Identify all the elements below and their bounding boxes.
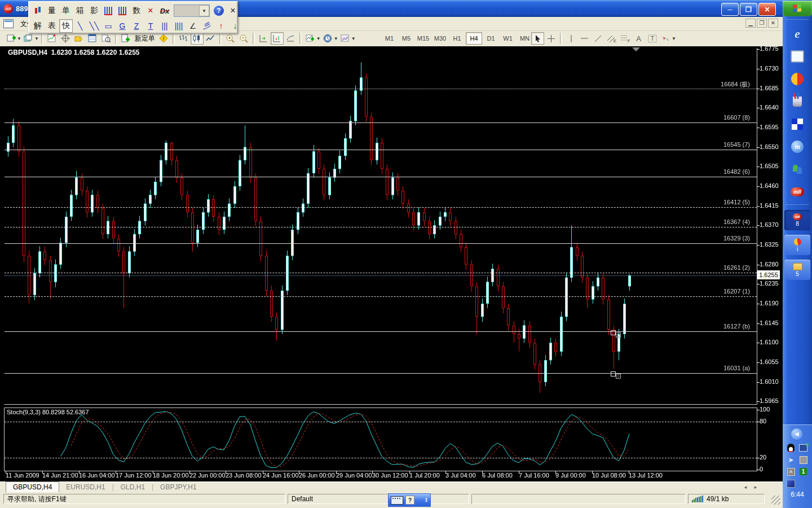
order-tool[interactable]: 单 — [59, 4, 73, 17]
selection-handle[interactable] — [611, 371, 616, 376]
parallel-lines-tool[interactable]: ╲╲ — [87, 19, 101, 33]
chart-tab-gld-h1[interactable]: GLD,H1 — [114, 482, 152, 492]
level-line[interactable] — [5, 122, 757, 123]
bar-chart-button[interactable] — [177, 32, 190, 45]
equidistant-channel-tool[interactable]: E — [605, 32, 618, 45]
number-tool[interactable]: 数 — [130, 4, 143, 17]
tray-audio-utility-icon[interactable] — [798, 455, 808, 465]
trendline-tool[interactable]: ╲ — [73, 19, 87, 33]
tray-dictionary-icon[interactable] — [786, 479, 796, 488]
level-line[interactable] — [5, 243, 757, 244]
dropdown-arrow-icon[interactable]: ▼ — [199, 5, 209, 16]
biao-tool[interactable]: 表 — [45, 19, 59, 33]
vertical-line-tool[interactable] — [564, 32, 577, 45]
crosshair-target-button[interactable] — [59, 32, 72, 45]
chart-shift-button[interactable] — [271, 32, 284, 45]
quick-launch-messenger-icon[interactable] — [790, 162, 805, 177]
language-bar-arrows[interactable]: ▲▼ — [425, 497, 428, 503]
new-order-button[interactable] — [120, 32, 133, 45]
gann-z-tool[interactable]: Z — [130, 19, 143, 33]
level-line[interactable] — [5, 150, 757, 150]
maximize-button[interactable]: ❐ — [740, 3, 757, 16]
period-button-m15[interactable]: M15 — [415, 32, 431, 45]
selection-handle[interactable] — [611, 330, 616, 335]
symbol-dropdown[interactable]: ▼ — [174, 5, 210, 17]
period-button-h1[interactable]: H1 — [449, 32, 465, 45]
kuai-tool[interactable]: 快 — [59, 19, 73, 33]
auto-scroll-button[interactable] — [257, 32, 270, 45]
tray-network-monitor-icon[interactable] — [798, 443, 808, 453]
tray-pointer-utility-icon[interactable]: ➤ — [786, 455, 796, 465]
child-minimize-button[interactable]: ▁ — [745, 19, 756, 28]
arrows-dropdown-arrow[interactable]: ▼ — [672, 36, 676, 41]
periods-clock-button[interactable] — [321, 32, 334, 45]
help-button[interactable]: ? — [212, 4, 226, 17]
fibonacci-tool[interactable]: F — [619, 32, 632, 45]
indicators-dropdown-arrow[interactable]: ▼ — [316, 36, 321, 41]
box-tool[interactable]: 箱 — [73, 4, 87, 17]
text-label-tool[interactable]: T — [646, 32, 659, 45]
gann-t-tool[interactable]: T — [144, 19, 157, 33]
vlines-3-tool[interactable]: ||| — [158, 19, 171, 33]
level-line[interactable] — [5, 227, 757, 227]
new-chart-dropdown-arrow[interactable]: ▼ — [17, 36, 21, 41]
selection-handle[interactable] — [616, 332, 621, 338]
data-window-button[interactable] — [100, 32, 113, 45]
task-button-swirl[interactable]: i — [784, 235, 810, 255]
templates-button[interactable] — [339, 32, 352, 45]
profiles-button[interactable] — [22, 32, 35, 45]
crosshair-tool[interactable] — [545, 32, 558, 45]
period-button-h4[interactable]: H4 — [466, 32, 482, 45]
quick-launch-showgood-icon[interactable] — [790, 72, 805, 86]
text-tool[interactable]: A — [632, 32, 645, 45]
status-profile[interactable]: Default — [288, 494, 469, 504]
start-button[interactable] — [783, 1, 812, 16]
arrow-down-tool[interactable]: ↓ — [228, 19, 242, 33]
period-button-m1[interactable]: M1 — [381, 32, 398, 45]
quick-launch-checkered-flag-icon[interactable] — [790, 117, 805, 132]
zoom-in-button[interactable] — [224, 32, 237, 45]
level-line[interactable] — [5, 373, 757, 374]
quick-launch-maxthon-browser-icon[interactable]: m — [790, 139, 805, 154]
pattern-candles-tool[interactable] — [31, 4, 45, 17]
tray-qq-icon[interactable] — [786, 443, 796, 453]
gann-g-tool[interactable]: G — [116, 19, 129, 33]
dx-tool[interactable]: Dx — [158, 4, 171, 17]
tick-chart-button[interactable] — [46, 32, 59, 45]
level-line[interactable] — [5, 177, 757, 177]
zoom-out-button[interactable] — [237, 32, 250, 45]
task-button-odl[interactable]: odl8 — [784, 210, 810, 230]
quick-launch-odl-icon[interactable]: odl — [790, 185, 805, 199]
angle-tool[interactable]: ∠ — [186, 19, 200, 33]
chart-shift-marker[interactable] — [632, 47, 640, 51]
period-button-mn[interactable]: MN — [517, 32, 533, 45]
chart-tab-eurusd-h1[interactable]: EURUSD,H1 — [59, 482, 112, 492]
hide-icons-chevron[interactable]: ◄ — [791, 428, 802, 440]
market-watch-button[interactable] — [86, 32, 99, 45]
task-button-folder[interactable]: 5 — [784, 260, 810, 280]
jie-tool[interactable]: 解 — [31, 19, 45, 33]
rectangle-tool[interactable]: ▭ — [102, 19, 115, 33]
child-restore-button[interactable]: ❐ — [757, 19, 767, 28]
period-button-m30[interactable]: M30 — [432, 32, 448, 45]
line-chart-button[interactable] — [204, 32, 217, 45]
fan-tool[interactable]: 彡 — [200, 19, 214, 33]
tray-grid-utility-icon[interactable]: A — [786, 467, 796, 476]
arrow-up-tool[interactable]: ↑ — [214, 19, 228, 33]
shadow-tool[interactable]: 影 — [87, 4, 101, 17]
period-button-m5[interactable]: M5 — [398, 32, 414, 45]
profiles-dropdown-arrow[interactable]: ▼ — [34, 36, 39, 41]
tray-input-1-icon[interactable]: 1 — [798, 467, 808, 476]
indicators-button[interactable] — [304, 32, 317, 45]
candlestick-chart-button[interactable] — [191, 32, 204, 45]
child-close-button[interactable]: ✕ — [768, 19, 778, 28]
trendline-tool[interactable] — [592, 32, 604, 45]
minimize-button[interactable]: ─ — [721, 3, 739, 16]
level-line[interactable] — [5, 207, 757, 208]
favorites-button[interactable] — [73, 32, 86, 45]
period-button-d1[interactable]: D1 — [483, 32, 499, 45]
keyboard-icon[interactable] — [391, 496, 403, 505]
quick-launch-tablet-notes-icon[interactable] — [790, 49, 805, 64]
resize-grip[interactable] — [771, 496, 780, 505]
cursor-tool[interactable] — [531, 32, 544, 45]
